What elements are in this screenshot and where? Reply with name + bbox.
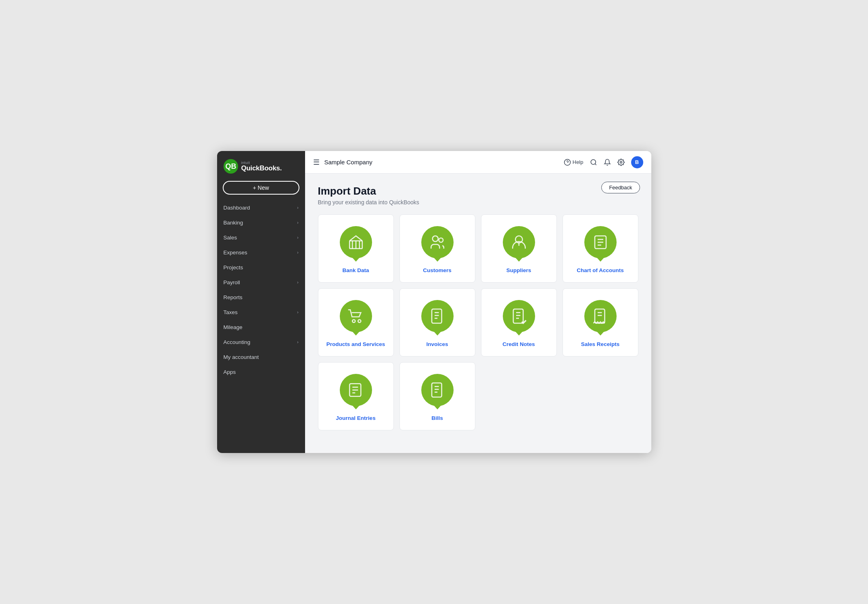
nav-label: Reports	[224, 294, 243, 300]
invoices-icon-wrap	[421, 300, 454, 332]
credit-notes-label: Credit Notes	[502, 341, 535, 347]
sales-receipts-icon-wrap	[584, 300, 617, 332]
sidebar-item-mileage[interactable]: Mileage	[217, 320, 305, 335]
new-button[interactable]: + New	[223, 181, 299, 195]
card-bills[interactable]: Bills	[399, 362, 475, 430]
logo-text: intuit QuickBooks.	[241, 161, 282, 172]
svg-rect-21	[432, 309, 442, 323]
bills-label: Bills	[431, 415, 443, 421]
nav-label: Sales	[224, 235, 237, 241]
sidebar-item-payroll[interactable]: Payroll›	[217, 275, 305, 290]
credit-notes-icon-wrap	[503, 300, 535, 332]
bell-icon	[604, 159, 611, 166]
chevron-right-icon: ›	[297, 340, 298, 344]
sales-receipts-label: Sales Receipts	[581, 341, 619, 347]
journal-entries-label: Journal Entries	[336, 415, 375, 421]
svg-line-5	[595, 164, 596, 165]
sidebar: QB intuit QuickBooks. + New Dashboard›Ba…	[217, 151, 305, 453]
sidebar-item-expenses[interactable]: Expenses›	[217, 245, 305, 260]
nav-label: Expenses	[224, 250, 247, 256]
nav-label: Banking	[224, 220, 243, 226]
sidebar-item-dashboard[interactable]: Dashboard›	[217, 200, 305, 215]
app-container: QB intuit QuickBooks. + New Dashboard›Ba…	[217, 151, 651, 453]
svg-text:QB: QB	[225, 162, 236, 170]
card-products-and-services[interactable]: Products and Services	[318, 288, 394, 357]
invoices-label: Invoices	[426, 341, 448, 347]
suppliers-icon-wrap	[503, 226, 535, 258]
nav-label: Payroll	[224, 279, 240, 285]
logo-area: QB intuit QuickBooks.	[217, 151, 305, 179]
svg-rect-25	[513, 309, 523, 323]
nav-label: Taxes	[224, 309, 238, 315]
card-suppliers[interactable]: Suppliers	[481, 214, 557, 283]
svg-point-4	[591, 159, 596, 164]
svg-point-12	[439, 238, 443, 243]
sidebar-item-taxes[interactable]: Taxes›	[217, 305, 305, 320]
feedback-button[interactable]: Feedback	[601, 182, 640, 193]
nav-list: Dashboard›Banking›Sales›Expenses›Project…	[217, 200, 305, 453]
card-sales-receipts[interactable]: Sales Receipts	[563, 288, 638, 357]
chart-of-accounts-icon-wrap	[584, 226, 617, 258]
chevron-right-icon: ›	[297, 220, 298, 225]
products-and-services-label: Products and Services	[326, 341, 385, 347]
svg-point-11	[432, 236, 438, 241]
sidebar-item-projects[interactable]: Projects	[217, 260, 305, 275]
card-customers[interactable]: Customers	[399, 214, 475, 283]
page-subtitle: Bring your existing data into QuickBooks	[318, 199, 638, 206]
qb-logo-icon: QB	[224, 159, 238, 174]
sidebar-item-sales[interactable]: Sales›	[217, 230, 305, 245]
card-credit-notes[interactable]: Credit Notes	[481, 288, 557, 357]
main-content: ☰ Sample Company Help B	[305, 151, 651, 453]
help-label: Help	[573, 159, 584, 165]
import-grid: Bank Data Customers Suppliers Chart of A…	[318, 214, 638, 430]
nav-label: My accountant	[224, 354, 259, 360]
card-journal-entries[interactable]: Journal Entries	[318, 362, 394, 430]
sidebar-item-my-accountant[interactable]: My accountant	[217, 350, 305, 365]
card-chart-of-accounts[interactable]: Chart of Accounts	[563, 214, 638, 283]
customers-label: Customers	[423, 267, 452, 273]
bank-icon-wrap	[340, 226, 372, 258]
sidebar-item-apps[interactable]: Apps	[217, 365, 305, 380]
sidebar-item-reports[interactable]: Reports	[217, 290, 305, 305]
search-icon	[590, 159, 597, 166]
nav-label: Apps	[224, 369, 236, 375]
chart-of-accounts-label: Chart of Accounts	[577, 267, 624, 273]
help-circle-icon	[564, 159, 571, 166]
suppliers-label: Suppliers	[506, 267, 531, 273]
customers-icon-wrap	[421, 226, 454, 258]
logo-quickbooks: QuickBooks.	[241, 165, 282, 172]
company-name: Sample Company	[324, 159, 564, 166]
products-icon-wrap	[340, 300, 372, 332]
content-area: Feedback Import Data Bring your existing…	[305, 174, 651, 453]
card-bank-data[interactable]: Bank Data	[318, 214, 394, 283]
header-actions: Help B	[564, 156, 643, 168]
header: ☰ Sample Company Help B	[305, 151, 651, 174]
sidebar-item-banking[interactable]: Banking›	[217, 215, 305, 230]
user-avatar[interactable]: B	[631, 156, 643, 168]
gear-icon	[617, 159, 625, 166]
svg-rect-29	[595, 309, 605, 323]
journal-icon-wrap	[340, 374, 372, 406]
bills-icon-wrap	[421, 374, 454, 406]
chevron-right-icon: ›	[297, 280, 298, 285]
nav-label: Dashboard	[224, 205, 250, 211]
chevron-right-icon: ›	[297, 310, 298, 315]
nav-label: Projects	[224, 264, 243, 271]
svg-point-19	[352, 320, 355, 323]
bank-data-label: Bank Data	[342, 267, 369, 273]
menu-icon[interactable]: ☰	[313, 158, 320, 167]
nav-label: Accounting	[224, 339, 251, 345]
svg-rect-36	[432, 383, 442, 397]
card-invoices[interactable]: Invoices	[399, 288, 475, 357]
chevron-right-icon: ›	[297, 206, 298, 210]
notifications-button[interactable]	[604, 159, 611, 166]
search-button[interactable]	[590, 159, 597, 166]
settings-button[interactable]	[617, 159, 625, 166]
svg-point-20	[358, 320, 361, 323]
chevron-right-icon: ›	[297, 235, 298, 240]
help-button[interactable]: Help	[564, 159, 584, 166]
nav-label: Mileage	[224, 324, 243, 330]
sidebar-item-accounting[interactable]: Accounting›	[217, 335, 305, 350]
svg-point-6	[620, 161, 622, 163]
chevron-right-icon: ›	[297, 250, 298, 255]
